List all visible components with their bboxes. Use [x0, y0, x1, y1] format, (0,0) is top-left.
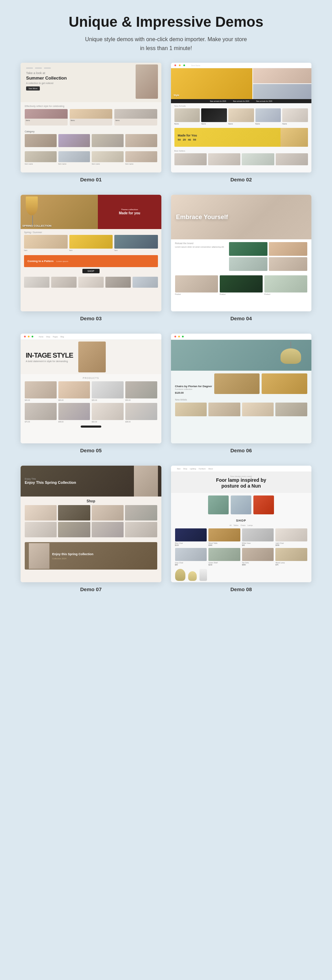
page-header: Unique & Impressive Demos Unique style d… — [21, 14, 311, 52]
demo-06-label: Demo 06 — [230, 447, 252, 453]
demo-01-section: Effectively reflect style for celebratin… — [21, 102, 161, 128]
demo-06-content: Chairs by Florian for Dagner Furniture c… — [171, 334, 312, 443]
demo-06-hero — [171, 340, 312, 371]
demo-04-label: Demo 04 — [230, 315, 252, 321]
demo-02-banner: New arrivals for 2020 New arrivals for 2… — [171, 99, 312, 103]
demo-01-prod-2: Item name — [58, 151, 90, 165]
demo-01-cat-1 — [25, 134, 57, 147]
demo-item-06[interactable]: Chairs by Florian for Dagner Furniture c… — [171, 334, 312, 453]
demo-item-02[interactable]: Store Name Style New arrivals for 2020 — [171, 63, 312, 183]
demo-04-img-4 — [269, 257, 307, 271]
demo-02-person-4: Name — [255, 108, 281, 125]
demo-05-content: Home Shop Pages Blog IN-TAGE STYLE A bol… — [21, 334, 161, 443]
demo-07-hero: Enjoy This Enjoy This Spring Collection — [21, 466, 161, 496]
demo-card-07: Enjoy This Enjoy This Spring Collection … — [21, 466, 161, 582]
demo-card-06: Chairs by Florian for Dagner Furniture c… — [171, 334, 312, 443]
demo-01-hero-image — [136, 64, 158, 99]
nav-min-dot — [179, 64, 180, 66]
demo-02-label: Demo 02 — [230, 177, 252, 183]
demo-item-08[interactable]: New Shop Lighting Furniture About New de… — [171, 466, 312, 592]
demo-03-lamp — [26, 196, 40, 224]
demo-02-person-5: Name — [282, 108, 308, 125]
demo-06-art-1 — [175, 402, 207, 416]
demo-04-section: Reload the brand Lorem ipsum dolor sit a… — [171, 239, 312, 274]
demo-08-prod-3: White Vase $45 — [242, 528, 274, 546]
demo-06-chair-1 — [214, 374, 260, 394]
demo-07-hero-image — [134, 466, 158, 496]
demo-05-prod-5: $75.00 — [25, 403, 57, 423]
demo-08-chair-1 — [208, 495, 229, 514]
demo-04-hero: Embrace Yourself — [171, 195, 312, 239]
demo-04-products: Product Product Product — [171, 274, 312, 297]
demo-02-person-2: Name — [201, 108, 227, 125]
demo-01-card-2: Items — [70, 109, 113, 126]
demo-01-cta[interactable]: See More — [26, 86, 40, 91]
demo-05-progress — [81, 426, 101, 428]
nav-max — [32, 336, 33, 337]
nav-max — [182, 336, 184, 337]
demo-05-prod-1: $45.00 — [25, 381, 57, 401]
demo-02-featured-image — [281, 128, 308, 147]
demo-06-artists: New Artists — [171, 397, 312, 418]
demo-01-cards: Items Items Items — [25, 109, 157, 126]
demo-03-prod-3: Item — [114, 235, 158, 251]
demo-08-chairs-hero — [171, 493, 312, 517]
demo-03-hero-left: SPRING COLLECTION — [21, 195, 98, 229]
demo-02-hero-bottom — [253, 84, 311, 99]
demo-03-hero: SPRING COLLECTION Theme collection Made … — [21, 195, 161, 229]
demo-07-shop: Shop — [21, 496, 161, 540]
demo-01-content: Take a look at Summer Collection A colle… — [21, 63, 161, 172]
demo-item-01[interactable]: Take a look at Summer Collection A colle… — [21, 63, 161, 183]
demo-03-shop-btn[interactable]: SHOP — [82, 269, 100, 273]
nav-min — [28, 336, 30, 337]
demo-03-section: Spring / Summer Item Item — [21, 229, 161, 253]
demo-02-content: Store Name Style New arrivals for 2020 — [171, 63, 312, 172]
demo-item-07[interactable]: Enjoy This Enjoy This Spring Collection … — [21, 466, 161, 592]
demo-08-lamps — [171, 568, 312, 582]
demo-05-prod-4: $55.00 — [125, 381, 157, 401]
demo-card-05: Home Shop Pages Blog IN-TAGE STYLE A bol… — [21, 334, 161, 443]
demo-01-cat-4 — [125, 134, 157, 147]
demo-item-05[interactable]: Home Shop Pages Blog IN-TAGE STYLE A bol… — [21, 334, 161, 453]
demo-02-hero-main: Style — [171, 68, 253, 99]
demo-item-03[interactable]: SPRING COLLECTION Theme collection Made … — [21, 195, 161, 321]
demo-08-nav: New Shop Lighting Furniture About — [171, 466, 312, 472]
demo-02-person-1: Name — [174, 108, 200, 125]
demo-01-cat-2 — [58, 134, 90, 147]
demo-03-banner: Coming to a Pattern Lorem ipsum — [24, 255, 158, 267]
demo-02-nav: Store Name — [171, 63, 312, 68]
demo-01-products: Item name Item name Item name — [21, 149, 161, 167]
demo-08-chair-2 — [231, 495, 251, 514]
demo-03-label: Demo 03 — [80, 315, 102, 321]
demo-07-shop-8 — [125, 522, 157, 537]
page-subtitle: Unique style demos with one-click demo i… — [84, 35, 249, 52]
demo-06-nav — [171, 334, 312, 340]
demo-07-feat-image — [29, 543, 49, 569]
demo-08-prod-1: Blue Chair $120 — [175, 528, 207, 546]
demo-01-cat-3 — [92, 134, 124, 147]
demo-card-08: New Shop Lighting Furniture About New de… — [171, 466, 312, 582]
demo-02-bestseller: Best Sellers — [171, 148, 312, 167]
demos-grid: Take a look at Summer Collection A colle… — [21, 63, 311, 592]
demo-03-prod-2: Item — [69, 235, 113, 251]
demo-04-img-2 — [269, 242, 307, 256]
demo-06-art-4 — [275, 402, 307, 416]
nav-dot-1 — [26, 68, 33, 68]
demo-item-04[interactable]: Embrace Yourself Reload the brand Lorem … — [171, 195, 312, 321]
demo-03-item-3 — [78, 277, 104, 288]
demo-08-label: Demo 08 — [230, 586, 252, 592]
demo-05-prod-8: $38.00 — [125, 403, 157, 423]
demo-07-label: Demo 07 — [80, 586, 102, 592]
demo-03-hero-right: Theme collection Made for you — [98, 195, 161, 229]
demo-02-featured: Made for You 50 25 46 55 — [174, 128, 308, 147]
demo-03-item-5 — [132, 277, 158, 288]
demo-07-shop-7 — [92, 522, 124, 537]
page-wrapper: Unique & Impressive Demos Unique style d… — [21, 14, 311, 592]
demo-06-chairs-section: Chairs by Florian for Dagner Furniture c… — [171, 371, 312, 397]
demo-05-hero-image — [78, 342, 106, 372]
demo-05-prod-6: $48.00 — [58, 403, 90, 423]
demo-card-04: Embrace Yourself Reload the brand Lorem … — [171, 195, 312, 311]
demo-07-shop-5 — [25, 522, 57, 537]
demo-08-content: New Shop Lighting Furniture About New de… — [171, 466, 312, 582]
demo-07-shop-4 — [125, 505, 157, 520]
